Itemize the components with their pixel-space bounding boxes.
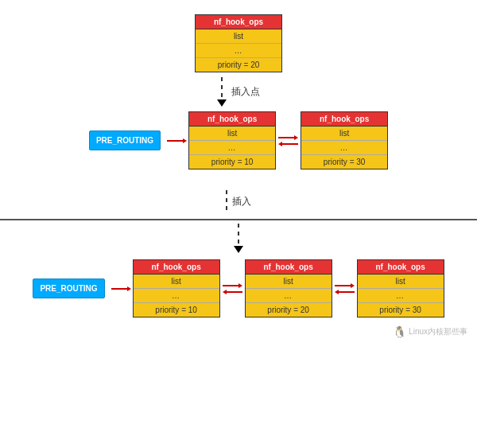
diagram-wrapper: nf_hook_ops list … priority = 20 插入点 PRE… — [0, 0, 477, 349]
section-middle: PRE_ROUTING nf_hook_ops list … priority … — [0, 111, 477, 169]
bot-mid-row2: … — [246, 289, 332, 303]
arrow-after-divider — [234, 224, 243, 253]
bi-arrow-middle — [278, 135, 298, 146]
bottom-blocks-row: PRE_ROUTING nf_hook_ops list … priority … — [33, 259, 444, 317]
bottom-left-block: nf_hook_ops list … priority = 10 — [133, 259, 220, 317]
bottom-right-block: nf_hook_ops list … priority = 30 — [357, 259, 444, 317]
watermark-area: 🐧 Linux内核那些事 — [0, 321, 477, 341]
watermark-text: Linux内核那些事 — [409, 326, 467, 337]
top-block-header: nf_hook_ops — [196, 15, 281, 29]
mid-left-priority: priority = 10 — [189, 155, 275, 169]
pre-routing-button-bottom[interactable]: PRE_ROUTING — [33, 279, 104, 298]
arrow-pre-to-bottom-left — [111, 286, 131, 291]
middle-right-block: nf_hook_ops list … priority = 30 — [301, 111, 388, 169]
insert-arrow-row: 插入 — [226, 187, 251, 216]
bot-right-header: nf_hook_ops — [358, 260, 444, 275]
top-hook-block: nf_hook_ops list … priority = 20 — [195, 14, 282, 72]
watermark: 🐧 Linux内核那些事 — [393, 325, 467, 338]
mid-right-header: nf_hook_ops — [301, 112, 387, 127]
mid-left-header: nf_hook_ops — [189, 112, 275, 127]
watermark-icon: 🐧 — [393, 325, 406, 338]
mid-right-row2: … — [301, 141, 387, 155]
bot-right-row1: list — [358, 275, 444, 289]
bot-left-header: nf_hook_ops — [134, 260, 219, 275]
mid-left-row1: list — [189, 127, 275, 141]
bot-left-row2: … — [134, 289, 219, 303]
section-top: nf_hook_ops list … priority = 20 插入点 — [0, 8, 477, 111]
bi-arrow-bottom-1 — [223, 283, 242, 294]
bot-left-priority: priority = 10 — [134, 303, 219, 317]
top-block-row1: list — [196, 29, 281, 44]
bot-mid-row1: list — [246, 275, 332, 289]
top-block-row2: … — [196, 44, 281, 58]
gap1 — [0, 169, 477, 184]
arrow-pre-to-left — [167, 138, 187, 143]
bot-mid-priority: priority = 20 — [246, 303, 332, 317]
middle-left-block: nf_hook_ops list … priority = 10 — [188, 111, 276, 169]
bi-arrow-bottom-2 — [335, 283, 355, 294]
mid-left-row2: … — [189, 141, 275, 155]
pre-routing-button[interactable]: PRE_ROUTING — [89, 131, 161, 150]
mid-right-priority: priority = 30 — [301, 155, 387, 169]
bot-mid-header: nf_hook_ops — [246, 260, 332, 275]
dashed-arrow-down-2 — [226, 190, 227, 212]
diagram-container: nf_hook_ops list … priority = 20 插入点 PRE… — [0, 0, 477, 349]
insert-label: 插入 — [232, 195, 251, 208]
bottom-middle-block: nf_hook_ops list … priority = 20 — [245, 259, 332, 317]
dashed-arrow-down-1 — [217, 77, 227, 107]
top-block-priority: priority = 20 — [196, 58, 281, 72]
mid-right-row1: list — [301, 127, 387, 141]
bot-right-row2: … — [358, 289, 444, 303]
section-bottom: PRE_ROUTING nf_hook_ops list … priority … — [0, 259, 477, 317]
horizontal-divider — [0, 219, 477, 220]
middle-blocks-row: PRE_ROUTING nf_hook_ops list … priority … — [89, 111, 388, 169]
bot-right-priority: priority = 30 — [358, 303, 444, 317]
insert-point-label: 插入点 — [231, 85, 260, 99]
arrow-to-middle: 插入点 — [217, 74, 260, 110]
bot-left-row1: list — [134, 275, 219, 289]
section-insert: 插入 — [0, 184, 477, 259]
